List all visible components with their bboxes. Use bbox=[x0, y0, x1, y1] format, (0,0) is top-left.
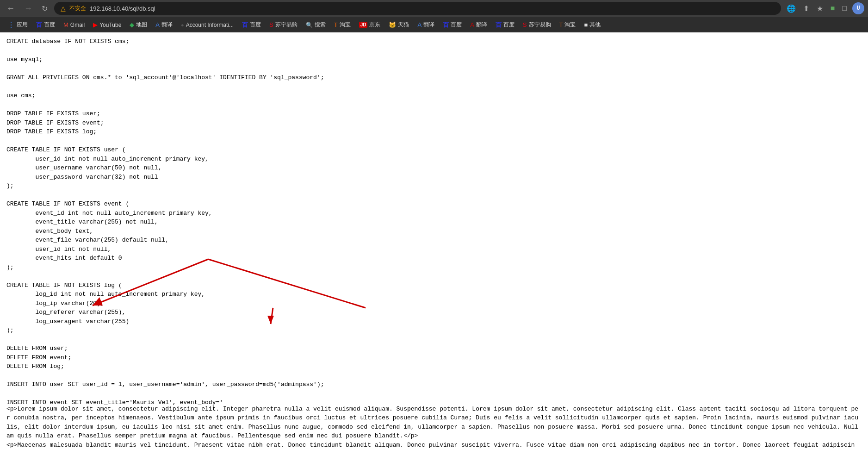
bookmark-suning2[interactable]: S 苏宁易购 bbox=[519, 19, 555, 30]
bookmark-other[interactable]: ■ 其他 bbox=[580, 19, 604, 30]
bookmark-taobao2[interactable]: T 淘宝 bbox=[556, 19, 580, 30]
content-area: CREATE database IF NOT EXISTS cms; use m… bbox=[0, 32, 868, 449]
bookmark-maps[interactable]: ◆ 地图 bbox=[126, 19, 151, 30]
baidu4-label: 百度 bbox=[503, 21, 515, 29]
forward-button[interactable]: → bbox=[21, 3, 35, 14]
other-label: 其他 bbox=[589, 21, 601, 29]
bookmark-baidu2[interactable]: 百 百度 bbox=[238, 19, 265, 31]
baidu2-icon: 百 bbox=[242, 21, 248, 29]
back-button[interactable]: ← bbox=[4, 3, 18, 14]
taobao2-label: 淘宝 bbox=[564, 21, 576, 29]
suning2-label: 苏宁易购 bbox=[529, 21, 551, 29]
browser-chrome: ← → ↻ △ 不安全 192.168.10.40/sql/db.sql 🌐 ⬆… bbox=[0, 0, 868, 32]
paragraph1: <p>Lorem ipsum dolor sit amet, consectet… bbox=[6, 405, 858, 440]
bookmark-apps[interactable]: ⋮ 应用 bbox=[4, 19, 31, 31]
bookmark-suning1[interactable]: S 苏宁易购 bbox=[266, 19, 301, 30]
bookmark-tianmao[interactable]: 🐱 天猫 bbox=[385, 19, 413, 30]
search-bk-label: 搜索 bbox=[315, 21, 326, 29]
paragraph2: <p>Maecenas malesuada blandit mauris vel… bbox=[6, 442, 858, 449]
address-bar[interactable]: △ 不安全 192.168.10.40/sql/db.sql bbox=[54, 2, 781, 15]
maximize-icon[interactable]: □ bbox=[840, 3, 849, 13]
youtube-label: YouTube bbox=[99, 22, 121, 28]
baidu1-icon: 百 bbox=[36, 21, 42, 29]
account-icon: ● bbox=[181, 22, 184, 28]
account-label: Account Informati... bbox=[186, 22, 234, 28]
bookmark-gmail[interactable]: M Gmail bbox=[60, 20, 88, 30]
bookmark-jd[interactable]: JD 京东 bbox=[355, 19, 384, 30]
suning1-label: 苏宁易购 bbox=[275, 21, 298, 29]
bookmark-taobao1[interactable]: T 淘宝 bbox=[330, 19, 354, 30]
profile-avatar[interactable]: U bbox=[852, 2, 864, 14]
extension-icon[interactable]: ■ bbox=[829, 3, 837, 13]
translate-icon[interactable]: 🌐 bbox=[785, 3, 798, 14]
baidu2-label: 百度 bbox=[250, 21, 261, 29]
jd-label: 京东 bbox=[369, 21, 380, 29]
suning2-icon: S bbox=[523, 21, 527, 28]
taobao1-icon: T bbox=[334, 21, 338, 28]
bookmarks-bar: ⋮ 应用 百 百度 M Gmail ▶ YouTube ◆ 地图 A 翻译 ● … bbox=[0, 17, 868, 32]
other-icon: ■ bbox=[584, 21, 588, 28]
baidu3-icon: 百 bbox=[443, 21, 449, 29]
search-bk-icon: 🔍 bbox=[306, 22, 313, 28]
bookmark-account[interactable]: ● Account Informati... bbox=[177, 20, 237, 30]
translate3-icon: A bbox=[470, 21, 474, 28]
translate1-label: 翻译 bbox=[161, 21, 173, 29]
translate2-icon: A bbox=[417, 21, 422, 28]
suning1-icon: S bbox=[269, 21, 273, 28]
maps-icon: ◆ bbox=[130, 21, 134, 28]
translate1-icon: A bbox=[155, 21, 160, 28]
bookmark-baidu3[interactable]: 百 百度 bbox=[439, 19, 465, 31]
tianmao-label: 天猫 bbox=[398, 21, 409, 29]
gmail-label: Gmail bbox=[70, 22, 85, 28]
taobao2-icon: T bbox=[559, 21, 563, 28]
baidu1-label: 百度 bbox=[44, 21, 55, 29]
maps-label: 地图 bbox=[136, 21, 147, 29]
refresh-button[interactable]: ↻ bbox=[39, 3, 50, 14]
warning-icon: △ bbox=[61, 5, 66, 12]
youtube-icon: ▶ bbox=[93, 21, 98, 28]
bookmark-baidu4[interactable]: 百 百度 bbox=[492, 19, 518, 31]
bookmark-youtube[interactable]: ▶ YouTube bbox=[89, 20, 125, 30]
taobao1-label: 淘宝 bbox=[340, 21, 351, 29]
url-text: 192.168.10.40/sql/db.sql bbox=[90, 5, 155, 12]
bookmark-icon[interactable]: ★ bbox=[815, 3, 825, 14]
apps-label: 应用 bbox=[17, 21, 28, 29]
share-icon[interactable]: ⬆ bbox=[801, 3, 811, 14]
bookmark-translate3[interactable]: A 翻译 bbox=[466, 19, 491, 30]
long-text-content: <p>Lorem ipsum dolor sit amet, consectet… bbox=[6, 405, 862, 449]
security-label: 不安全 bbox=[69, 5, 86, 12]
sql-code-block: CREATE database IF NOT EXISTS cms; use m… bbox=[6, 37, 862, 407]
bookmark-translate1[interactable]: A 翻译 bbox=[152, 19, 176, 30]
bookmark-search[interactable]: 🔍 搜索 bbox=[302, 19, 329, 30]
bookmark-translate2[interactable]: A 翻译 bbox=[414, 19, 438, 30]
bookmark-baidu1[interactable]: 百 百度 bbox=[32, 19, 59, 31]
browser-actions: 🌐 ⬆ ★ ■ □ U bbox=[785, 2, 864, 14]
jd-icon: JD bbox=[359, 22, 368, 28]
apps-icon: ⋮ bbox=[7, 20, 15, 29]
translate3-label: 翻译 bbox=[476, 21, 487, 29]
gmail-icon: M bbox=[63, 21, 68, 28]
tianmao-icon: 🐱 bbox=[389, 21, 396, 28]
translate2-label: 翻译 bbox=[423, 21, 434, 29]
baidu3-label: 百度 bbox=[451, 21, 462, 29]
baidu4-icon: 百 bbox=[496, 21, 502, 29]
title-bar: ← → ↻ △ 不安全 192.168.10.40/sql/db.sql 🌐 ⬆… bbox=[0, 0, 868, 17]
